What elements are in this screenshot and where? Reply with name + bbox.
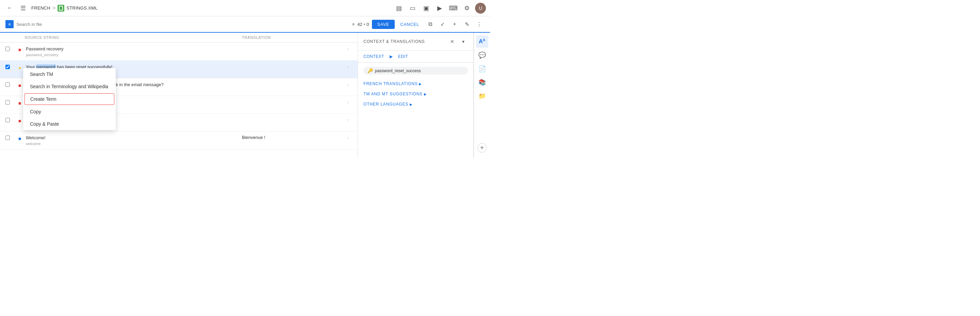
sort-icon-6: ↕ xyxy=(347,136,349,140)
display-mode-1-button[interactable]: ▤ xyxy=(393,3,404,14)
row-checkbox-5[interactable] xyxy=(5,118,14,123)
sort-icon-4: ↕ xyxy=(347,100,349,104)
terminal-button[interactable]: ▶ xyxy=(434,3,445,14)
status-icon-2: ● xyxy=(18,65,21,70)
row-status-3: ■ xyxy=(16,82,23,89)
copy-source-icon: ⧉ xyxy=(428,21,432,27)
right-panel-tabs: CONTEXT ▶ EDIT xyxy=(358,51,473,63)
tab-context[interactable]: CONTEXT xyxy=(363,54,384,59)
add-panel-icon: + xyxy=(480,144,484,152)
avatar[interactable]: U xyxy=(475,3,486,14)
section-french-translations[interactable]: FRENCH TRANSLATIONS ▶ xyxy=(358,79,473,89)
toolbar-right: ▤ ▭ ▣ ▶ ⌨ ⚙ U xyxy=(393,3,486,14)
edit-icon: ✎ xyxy=(465,21,469,27)
translate-icon: AA xyxy=(479,38,485,45)
checkbox-2[interactable] xyxy=(5,65,10,69)
other-languages-arrow: ▶ xyxy=(410,102,412,106)
table-row[interactable]: ■ Password recovery password_recovery ↕ xyxy=(0,43,358,61)
row-end-2: ↕ xyxy=(344,64,352,69)
more-button[interactable]: ⋮ xyxy=(474,19,485,30)
collapse-icon: ▾ xyxy=(462,39,465,44)
breadcrumb-parent[interactable]: FRENCH xyxy=(31,5,50,11)
library-icon: 📚 xyxy=(479,79,486,86)
translation-6: Bienvenue ! xyxy=(242,135,344,140)
search-icon: ≡ xyxy=(8,22,11,27)
checkbox-6[interactable] xyxy=(5,136,10,140)
row-content-6: Welcome! welcome xyxy=(26,135,242,146)
display-mode-2-button[interactable]: ▭ xyxy=(407,3,418,14)
sort-icon-1: ↕ xyxy=(347,47,349,51)
file-name[interactable]: STRINGS.XML xyxy=(66,5,97,11)
row-status-1: ■ xyxy=(16,46,23,53)
more-icon: ⋮ xyxy=(476,21,482,27)
translate-panel-button[interactable]: AA xyxy=(476,35,488,48)
column-headers: SOURCE STRING TRANSLATION xyxy=(0,33,358,43)
source-key-6: welcome xyxy=(26,142,242,146)
tab-arrow: ▶ xyxy=(390,54,393,59)
count-display: 42 • 0 xyxy=(357,22,369,27)
section-tm-mt[interactable]: TM AND MT SUGGESTIONS ▶ xyxy=(358,89,473,99)
checkbox-4[interactable] xyxy=(5,100,10,105)
checkbox-5[interactable] xyxy=(5,118,10,122)
tab-edit[interactable]: EDIT xyxy=(398,54,408,59)
document-panel-button[interactable]: 📄 xyxy=(476,63,488,75)
add-button[interactable]: + xyxy=(449,19,460,30)
status-icon-6: ■ xyxy=(18,136,21,141)
library-panel-button[interactable]: 📚 xyxy=(476,76,488,89)
keyboard-button[interactable]: ⌨ xyxy=(448,3,459,14)
file-panel-button[interactable]: 📁 xyxy=(476,90,488,102)
display-mode-3-button[interactable]: ▣ xyxy=(421,3,431,14)
cancel-button[interactable]: CANCEL xyxy=(398,20,422,29)
pin-button[interactable]: ✕ xyxy=(447,37,457,46)
status-icon-3: ■ xyxy=(18,83,21,88)
confirm-button[interactable]: ✓ xyxy=(437,19,448,30)
right-panel-header: CONTEXT & TRANSLATIONS ✕ ▾ xyxy=(358,33,473,51)
checkbox-1[interactable] xyxy=(5,47,10,51)
status-icon-1: ■ xyxy=(18,47,21,53)
row-status-4: ■ xyxy=(16,100,23,107)
right-panel: CONTEXT & TRANSLATIONS ✕ ▾ CONTEXT ▶ EDI… xyxy=(358,33,474,158)
filter-icon[interactable]: ≡ xyxy=(352,22,355,27)
search-input[interactable] xyxy=(16,22,350,27)
count-dot: • xyxy=(364,22,366,27)
copy-source-button[interactable]: ⧉ xyxy=(425,19,436,30)
row-checkbox-6[interactable] xyxy=(5,136,14,141)
copy-menu-item[interactable]: Copy xyxy=(23,105,116,118)
menu-icon: ☰ xyxy=(21,5,26,12)
back-button[interactable]: ← xyxy=(4,3,15,14)
table-row[interactable]: ■ Welcome! welcome Bienvenue ! ↕ xyxy=(0,131,358,150)
section-other-languages[interactable]: OTHER LANGUAGES ▶ xyxy=(358,99,473,109)
edit-button[interactable]: ✎ xyxy=(461,19,472,30)
row-checkbox-1[interactable] xyxy=(5,47,14,52)
copy-paste-menu-item[interactable]: Copy & Paste xyxy=(23,118,116,130)
display-mode-1-icon: ▤ xyxy=(396,5,402,12)
settings-button[interactable]: ⚙ xyxy=(461,3,472,14)
search-terminology-menu-item[interactable]: Search in Terminology and Wikipedia xyxy=(23,80,116,93)
icon-panel: AA 💬 📄 📚 📁 + xyxy=(474,33,490,158)
comment-panel-button[interactable]: 💬 xyxy=(476,49,488,61)
source-text-1: Password recovery xyxy=(26,46,242,52)
row-checkbox-3[interactable] xyxy=(5,82,14,88)
row-status-2: ● xyxy=(16,64,23,71)
search-tm-menu-item[interactable]: Search TM xyxy=(23,68,116,80)
status-icon-5: ■ xyxy=(18,118,21,124)
search-bar: ≡ ≡ 42 • 0 SAVE CANCEL ⧉ ✓ + ✎ ⋮ xyxy=(0,16,490,33)
match-count: 42 xyxy=(357,22,362,27)
row-content-1: Password recovery password_recovery xyxy=(26,46,242,57)
french-translations-arrow: ▶ xyxy=(419,82,422,86)
translation-panel: SOURCE STRING TRANSLATION ■ Password rec… xyxy=(0,33,358,158)
create-term-menu-item[interactable]: Create Term xyxy=(24,93,115,105)
add-panel-button[interactable]: + xyxy=(477,143,487,153)
collapse-button[interactable]: ▾ xyxy=(458,37,468,46)
search-bar-actions: ⧉ ✓ + ✎ ⋮ xyxy=(425,19,485,30)
row-checkbox-4[interactable] xyxy=(5,100,14,105)
keyboard-icon: ⌨ xyxy=(449,5,458,12)
tm-mt-label: TM AND MT SUGGESTIONS xyxy=(363,92,423,96)
menu-button[interactable]: ☰ xyxy=(18,3,29,14)
checkbox-3[interactable] xyxy=(5,82,10,87)
source-text-6: Welcome! xyxy=(26,135,242,141)
save-button[interactable]: SAVE xyxy=(372,20,395,29)
display-mode-3-icon: ▣ xyxy=(423,5,429,12)
row-checkbox-2[interactable] xyxy=(5,65,14,70)
other-languages-label: OTHER LANGUAGES xyxy=(363,102,408,107)
